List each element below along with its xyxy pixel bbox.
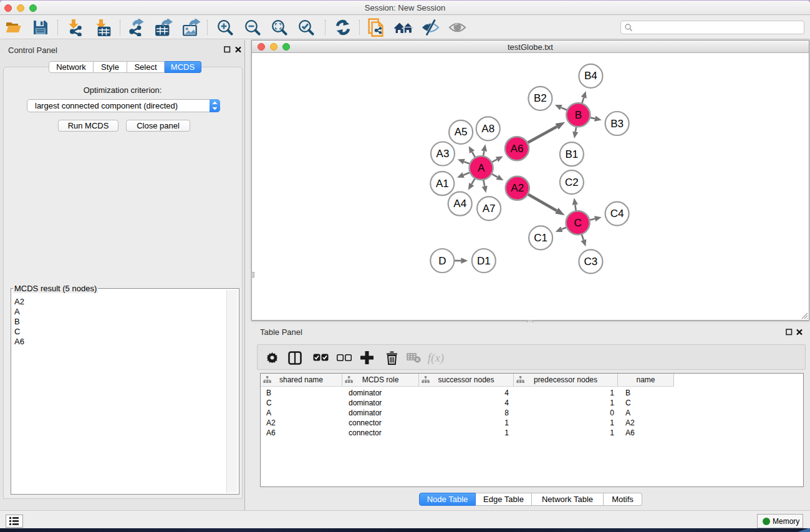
svg-text:B: B: [575, 109, 582, 121]
svg-text:C3: C3: [584, 256, 598, 268]
svg-text:A5: A5: [455, 126, 468, 138]
svg-text:A1: A1: [436, 178, 449, 190]
svg-text:B2: B2: [534, 92, 547, 104]
svg-text:A7: A7: [483, 203, 496, 215]
svg-text:C: C: [574, 217, 581, 229]
svg-text:C4: C4: [610, 208, 624, 220]
svg-text:C1: C1: [534, 232, 547, 244]
svg-text:A4: A4: [453, 198, 466, 210]
svg-text:C2: C2: [565, 177, 579, 188]
svg-text:B4: B4: [584, 70, 597, 82]
svg-text:A: A: [478, 162, 485, 174]
svg-text:A3: A3: [436, 148, 450, 160]
svg-text:A8: A8: [481, 123, 494, 135]
svg-text:B1: B1: [566, 148, 579, 160]
svg-text:D1: D1: [477, 255, 491, 267]
svg-text:B3: B3: [610, 118, 624, 130]
svg-text:A2: A2: [511, 182, 524, 194]
svg-text:A6: A6: [511, 143, 524, 155]
svg-text:D: D: [438, 255, 446, 267]
